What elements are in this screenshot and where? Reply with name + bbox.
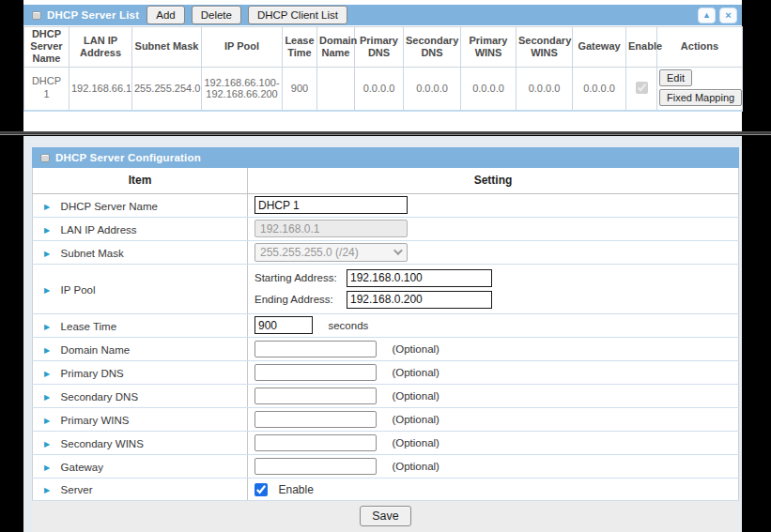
fixed-mapping-button[interactable]: Fixed Mapping (659, 89, 742, 106)
primary-dns-input[interactable] (254, 364, 377, 381)
table-row: DHCP 1 192.168.66.1 255.255.254.0 192.16… (24, 67, 743, 111)
col-header-ip-pool: IP Pool (202, 27, 283, 68)
secondary-wins-input[interactable] (254, 434, 377, 451)
cell-domain-name (317, 67, 355, 111)
starting-address-input[interactable] (347, 269, 492, 287)
chevron-down-icon (393, 246, 403, 255)
item-bullet-icon (44, 203, 50, 211)
cell-lan-ip: 192.168.66.1 (69, 67, 132, 111)
config-footer: Save (32, 501, 739, 532)
lease-time-input[interactable] (254, 316, 313, 334)
cell-enable (626, 67, 657, 111)
item-bullet-icon (44, 486, 50, 494)
add-button[interactable]: Add (146, 6, 184, 24)
page: DHCP Server List Add Delete DHCP Client … (0, 0, 771, 532)
dhcp-client-list-button[interactable]: DHCP Client List (248, 6, 347, 24)
save-button[interactable]: Save (360, 506, 411, 526)
lan-ip-address-input (254, 220, 408, 237)
optional-note: (Optional) (392, 437, 439, 448)
col-header-secondary-dns: Secondary DNS (404, 27, 461, 68)
row-primary-dns: Primary DNS (Optional) (33, 360, 739, 384)
dhcp-server-name-input[interactable] (254, 196, 408, 214)
dhcp-server-list-panel: DHCP Server List Add Delete DHCP Client … (23, 0, 742, 131)
row-gateway: Gateway (Optional) (33, 454, 739, 478)
dhcp-server-list-title: DHCP Server List (47, 9, 139, 21)
cell-secondary-dns: 0.0.0.0 (404, 67, 461, 111)
optional-note: (Optional) (392, 343, 439, 355)
dhcp-server-configuration-title: DHCP Server Configuration (55, 152, 201, 163)
optional-note: (Optional) (392, 367, 439, 378)
cell-gateway: 0.0.0.0 (573, 67, 626, 111)
section-divider (0, 131, 771, 135)
window-controls: ▲ × (698, 8, 737, 23)
domain-name-input[interactable] (254, 341, 377, 357)
col-header-enable: Enable (626, 27, 657, 68)
col-header-primary-dns: Primary DNS (355, 27, 404, 68)
col-header-subnet-mask: Subnet Mask (132, 27, 202, 68)
col-header-dhcp-server-name: DHCP Server Name (24, 27, 69, 68)
cell-primary-dns: 0.0.0.0 (355, 67, 404, 111)
row-primary-wins: Primary WINS (Optional) (33, 407, 739, 431)
primary-wins-input[interactable] (254, 411, 377, 428)
close-icon[interactable]: × (719, 8, 737, 23)
col-header-domain-name: Domain Name (317, 27, 355, 68)
item-bullet-icon (44, 226, 50, 235)
row-lan-ip-address: LAN IP Address (33, 217, 739, 240)
subnet-mask-select: 255.255.255.0 (/24) (254, 243, 408, 262)
cell-actions: Edit Fixed Mapping (657, 67, 743, 111)
item-bullet-icon (44, 440, 50, 448)
cell-subnet-mask: 255.255.254.0 (132, 67, 202, 111)
cell-name: DHCP 1 (24, 67, 69, 111)
panel-box-icon (40, 154, 50, 162)
col-header-gateway: Gateway (573, 27, 626, 68)
row-secondary-dns: Secondary DNS (Optional) (33, 384, 739, 407)
item-bullet-icon (44, 370, 50, 378)
item-bullet-icon (44, 323, 50, 331)
item-bullet-icon (44, 393, 50, 402)
dhcp-server-list-table: DHCP Server Name LAN IP Address Subnet M… (23, 26, 743, 112)
dhcp-server-configuration-panel: DHCP Server Configuration Item Setting D… (23, 136, 742, 532)
gateway-input[interactable] (254, 458, 377, 475)
server-enable-checkbox[interactable] (254, 483, 268, 496)
row-enable-checkbox (636, 82, 648, 94)
col-header-actions: Actions (657, 27, 743, 68)
optional-note: (Optional) (392, 461, 439, 472)
col-header-primary-wins: Primary WINS (461, 27, 517, 68)
row-subnet-mask: Subnet Mask 255.255.255.0 (/24) (33, 240, 739, 264)
row-server: Server Enable (33, 478, 739, 500)
row-secondary-wins: Secondary WINS (Optional) (33, 431, 739, 454)
item-column-header: Item (33, 168, 248, 193)
col-header-secondary-wins: Secondary WINS (517, 27, 573, 68)
delete-button[interactable]: Delete (192, 6, 241, 24)
lease-time-unit: seconds (328, 320, 368, 331)
col-header-lease-time: Lease Time (283, 27, 317, 68)
server-enable-label: Enable (278, 483, 313, 496)
col-header-lan-ip: LAN IP Address (69, 27, 132, 68)
row-lease-time: Lease Time seconds (33, 313, 739, 337)
secondary-dns-input[interactable] (254, 388, 377, 404)
collapse-icon[interactable]: ▲ (698, 8, 716, 23)
starting-address-label: Starting Address: (254, 272, 347, 283)
panel-box-icon (32, 11, 41, 20)
cell-ip-pool: 192.168.66.100- 192.168.66.200 (202, 67, 283, 111)
ending-address-label: Ending Address: (254, 294, 347, 305)
optional-note: (Optional) (392, 390, 439, 402)
cell-primary-wins: 0.0.0.0 (461, 67, 517, 111)
row-ip-pool: IP Pool Starting Address: Ending Address… (33, 264, 739, 313)
config-header-row: Item Setting (33, 168, 739, 193)
item-bullet-icon (44, 286, 50, 295)
dhcp-server-list-titlebar: DHCP Server List Add Delete DHCP Client … (23, 5, 742, 25)
cell-lease-time: 900 (283, 67, 317, 111)
cell-secondary-wins: 0.0.0.0 (517, 67, 573, 111)
item-bullet-icon (44, 464, 50, 472)
edit-button[interactable]: Edit (659, 69, 692, 86)
configuration-table: Item Setting DHCP Server Name LAN (32, 168, 739, 501)
row-domain-name: Domain Name (Optional) (33, 337, 739, 360)
dhcp-server-configuration-titlebar: DHCP Server Configuration (32, 147, 739, 168)
setting-column-header: Setting (248, 168, 739, 193)
item-bullet-icon (44, 346, 50, 355)
list-header-row: DHCP Server Name LAN IP Address Subnet M… (24, 27, 743, 68)
item-bullet-icon (44, 250, 50, 258)
optional-note: (Optional) (392, 414, 439, 425)
ending-address-input[interactable] (347, 291, 492, 309)
